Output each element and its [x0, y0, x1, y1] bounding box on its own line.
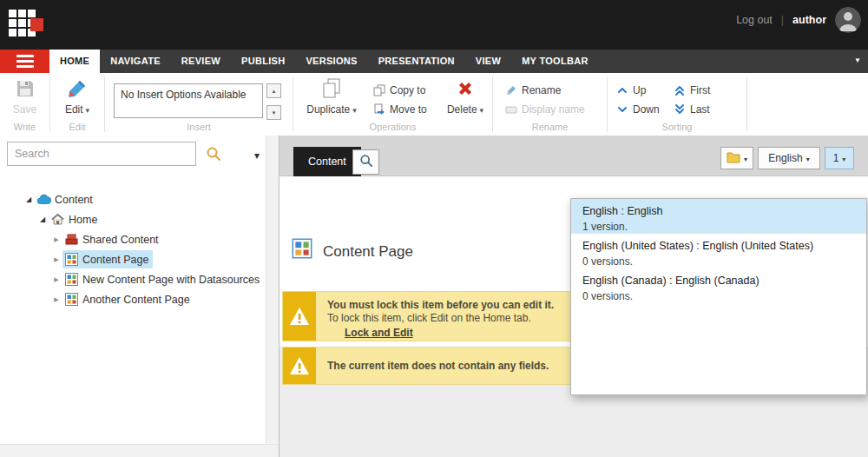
ribbon-collapse-caret-icon[interactable] [854, 55, 861, 64]
operations-small-buttons: Copy to Move to [373, 83, 427, 122]
warning-lock-banner: You must lock this item before you can e… [282, 291, 572, 341]
tree-collapse-icon[interactable] [36, 215, 49, 223]
warning-triangle-icon [283, 292, 316, 341]
warning-lock-text: You must lock this item before you can e… [316, 292, 562, 341]
tree-item-body-selected: Content Page [62, 250, 153, 268]
rename-button[interactable]: Rename [505, 83, 585, 97]
search-options-caret-icon[interactable] [254, 147, 260, 162]
group-label-edit: Edit [50, 122, 104, 132]
tab-review[interactable]: REVIEW [171, 50, 231, 73]
tree-item-body: Another Content Page [62, 290, 194, 308]
move-to-label: Move to [390, 103, 427, 116]
insert-scroll-up-button[interactable] [266, 83, 281, 98]
insert-options-message: No Insert Options Available [121, 89, 247, 101]
tab-versions[interactable]: VERSIONS [295, 50, 367, 73]
person-icon [835, 7, 861, 33]
edit-pencil-icon [67, 76, 88, 101]
tree-expand-icon[interactable] [50, 296, 62, 303]
item-title: Content Page [323, 243, 413, 261]
tree-item-label: New Content Page with Datasources [82, 274, 260, 286]
tree-item-new-content-page[interactable]: New Content Page with Datasources [0, 269, 260, 289]
move-icon [373, 103, 385, 116]
content-tree-panel: Content Home Shared Content [0, 136, 279, 457]
language-button-label: English [768, 152, 802, 164]
sort-last-button[interactable]: Last [674, 103, 710, 116]
duplicate-button[interactable]: Duplicate [299, 76, 365, 116]
tab-navigate[interactable]: NAVIGATE [100, 50, 171, 73]
tab-presentation[interactable]: PRESENTATION [368, 50, 465, 73]
logout-link[interactable]: Log out [736, 14, 773, 26]
user-avatar[interactable] [835, 7, 861, 33]
folder-icon [727, 150, 740, 166]
delete-label: Delete [447, 103, 483, 116]
tab-my-toolbar[interactable]: MY TOOLBAR [511, 50, 599, 73]
tab-view[interactable]: VIEW [465, 50, 511, 73]
hamburger-menu-button[interactable] [0, 50, 49, 73]
chevron-down-icon [616, 103, 628, 116]
language-version-count: 0 versions. [582, 290, 855, 302]
language-dropdown-button[interactable]: English [758, 147, 820, 169]
edit-button[interactable]: Edit [50, 76, 104, 116]
user-separator: | [781, 14, 784, 26]
search-icon[interactable] [206, 146, 221, 165]
group-label-rename: Rename [493, 122, 607, 132]
tree-expand-icon[interactable] [50, 276, 62, 283]
double-chevron-up-icon [674, 84, 686, 96]
tree-item-label: Content Page [82, 254, 148, 266]
save-button[interactable]: Save [0, 76, 49, 116]
tree-expand-icon[interactable] [50, 236, 62, 243]
version-button-label: 1 [833, 152, 839, 164]
copy-to-button[interactable]: Copy to [373, 83, 427, 97]
sorting-updown-buttons: Up Down [616, 83, 660, 122]
version-dropdown-button[interactable]: 1 [825, 147, 854, 169]
tree-item-home[interactable]: Home [0, 209, 260, 229]
tree-item-body: Home [49, 210, 102, 228]
duplicate-icon [320, 76, 343, 101]
tree-vertical-scrollbar[interactable] [266, 136, 279, 444]
language-option-english-us[interactable]: English (United States) : English (Unite… [571, 234, 866, 268]
group-separator [746, 76, 747, 132]
tree-item-another-content-page[interactable]: Another Content Page [0, 289, 260, 309]
language-name: English (United States) : English (Unite… [582, 240, 855, 252]
logo-red-square [30, 18, 43, 31]
sort-first-button[interactable]: First [674, 83, 710, 97]
display-name-icon [505, 103, 517, 116]
display-name-label: Display name [522, 103, 585, 116]
tab-home[interactable]: HOME [49, 50, 100, 73]
sort-up-label: Up [633, 84, 646, 96]
warning-no-fields-banner: The current item does not contain any fi… [282, 347, 572, 385]
tree-collapse-icon[interactable] [23, 195, 35, 203]
username[interactable]: author [792, 14, 826, 26]
delete-button[interactable]: Delete [441, 76, 490, 116]
lock-and-edit-link[interactable]: Lock and Edit [345, 327, 413, 340]
item-search-button[interactable] [352, 149, 379, 175]
language-option-english-ca[interactable]: English (Canada) : English (Canada) 0 ve… [571, 268, 866, 303]
tree-item-content-page[interactable]: Content Page [0, 249, 260, 269]
folder-dropdown-button[interactable] [720, 147, 753, 169]
caret-down-icon [352, 103, 357, 116]
move-to-button[interactable]: Move to [373, 103, 427, 116]
language-option-english[interactable]: English : English 1 version. [571, 199, 866, 234]
tree-item-shared-content[interactable]: Shared Content [0, 229, 260, 249]
warning-line: You must lock this item before you can e… [327, 299, 554, 312]
content-tab[interactable]: Content [293, 147, 361, 176]
tree-expand-icon[interactable] [50, 256, 62, 263]
insert-scroll-down-button[interactable] [266, 105, 281, 120]
tree-horizontal-scrollbar[interactable] [0, 444, 279, 457]
double-chevron-down-icon [674, 103, 686, 116]
copy-icon [373, 84, 385, 96]
language-version-count: 0 versions. [582, 255, 855, 268]
display-name-button[interactable]: Display name [505, 103, 585, 116]
home-icon [50, 212, 65, 227]
sort-last-label: Last [690, 103, 710, 116]
search-input[interactable] [7, 142, 196, 166]
ribbon: Save Write Edit Edit No Insert Options A… [0, 73, 868, 136]
caret-down-icon [806, 152, 810, 164]
duplicate-label: Duplicate [306, 103, 357, 116]
sort-up-button[interactable]: Up [616, 83, 660, 97]
tree-item-content[interactable]: Content [0, 189, 260, 209]
tab-publish[interactable]: PUBLISH [231, 50, 295, 73]
insert-options-listbox[interactable]: No Insert Options Available [114, 83, 263, 118]
sort-down-button[interactable]: Down [616, 103, 660, 116]
ribbon-group-insert: No Insert Options Available Insert [105, 73, 293, 135]
